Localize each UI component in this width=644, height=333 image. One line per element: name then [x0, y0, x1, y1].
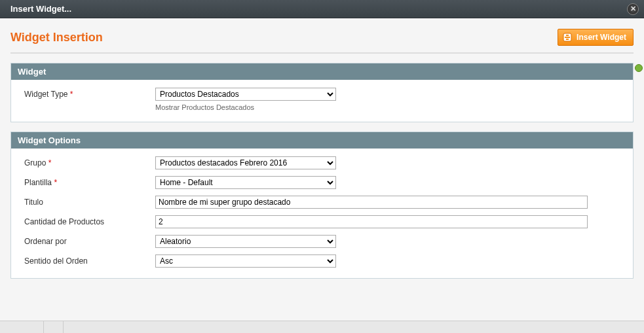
sentido-row: Sentido del Orden Asc: [24, 254, 620, 268]
widget-panel-body: Widget Type * Productos Destacados Mostr…: [11, 80, 633, 122]
svg-rect-2: [565, 37, 570, 38]
widget-type-help: Mostrar Productos Destacados: [155, 103, 620, 111]
required-marker: *: [48, 158, 52, 167]
widget-type-label-text: Widget Type: [24, 90, 67, 99]
titlebar: Insert Widget... ✕: [0, 0, 644, 18]
header-row: Widget Insertion Insert Widget: [10, 26, 634, 54]
widget-icon: [562, 32, 573, 43]
widget-panel-heading: Widget: [11, 63, 633, 80]
plantilla-label: Plantilla *: [24, 176, 155, 187]
cantidad-row: Cantidad de Productos: [24, 215, 620, 228]
close-icon[interactable]: ✕: [627, 3, 639, 15]
window-title: Insert Widget...: [10, 4, 71, 14]
titulo-field: [155, 196, 620, 209]
svg-rect-3: [566, 39, 569, 40]
plantilla-row: Plantilla * Home - Default: [24, 176, 620, 189]
widget-type-label: Widget Type *: [24, 88, 155, 99]
grupo-field: Productos destacados Febrero 2016: [155, 156, 620, 169]
widget-options-body: Grupo * Productos destacados Febrero 201…: [11, 149, 633, 278]
grupo-label-text: Grupo: [24, 158, 46, 167]
grupo-select[interactable]: Productos destacados Febrero 2016: [155, 156, 336, 169]
widget-panel: Widget Widget Type * Productos Destacado…: [10, 63, 634, 122]
widget-type-field: Productos Destacados Mostrar Productos D…: [155, 88, 620, 111]
ordenar-row: Ordenar por Aleatorio: [24, 235, 620, 248]
cantidad-input[interactable]: [155, 215, 588, 228]
check-icon: [635, 64, 643, 72]
ordenar-select[interactable]: Aleatorio: [155, 235, 336, 248]
widget-type-select[interactable]: Productos Destacados: [155, 88, 336, 101]
grupo-label: Grupo *: [24, 156, 155, 167]
plantilla-select[interactable]: Home - Default: [155, 176, 336, 189]
grupo-row: Grupo * Productos destacados Febrero 201…: [24, 156, 620, 169]
svg-rect-1: [566, 35, 569, 36]
required-marker: *: [54, 178, 57, 187]
titulo-input[interactable]: [155, 196, 588, 209]
widget-type-row: Widget Type * Productos Destacados Mostr…: [24, 88, 620, 111]
cantidad-field: [155, 215, 620, 228]
bottom-strip: [0, 321, 644, 333]
sentido-select[interactable]: Asc: [155, 254, 336, 268]
widget-options-heading: Widget Options: [11, 132, 633, 149]
divider: [63, 321, 64, 333]
window-body: Widget Insertion Insert Widget Widget Wi…: [0, 18, 644, 321]
ordenar-label: Ordenar por: [24, 235, 155, 246]
insert-widget-button[interactable]: Insert Widget: [558, 29, 634, 46]
sentido-field: Asc: [155, 254, 620, 268]
divider: [43, 321, 44, 333]
titulo-row: Titulo: [24, 196, 620, 209]
widget-options-panel: Widget Options Grupo * Productos destaca…: [10, 131, 634, 279]
insert-widget-label: Insert Widget: [577, 33, 626, 42]
plantilla-label-text: Plantilla: [24, 178, 52, 187]
required-marker: *: [70, 90, 73, 99]
plantilla-field: Home - Default: [155, 176, 620, 189]
cantidad-label: Cantidad de Productos: [24, 215, 155, 226]
ordenar-field: Aleatorio: [155, 235, 620, 248]
titulo-label: Titulo: [24, 196, 155, 207]
page-title: Widget Insertion: [10, 31, 103, 44]
sentido-label: Sentido del Orden: [24, 254, 155, 266]
